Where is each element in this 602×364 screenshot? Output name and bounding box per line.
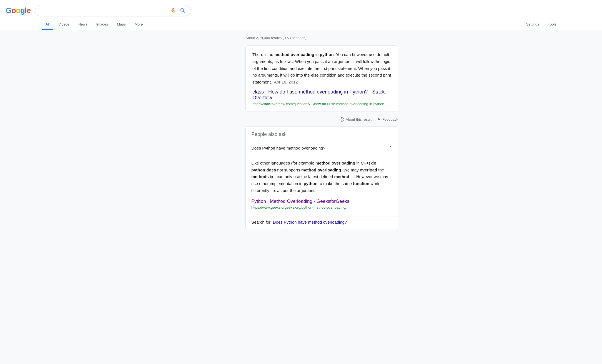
logo-l: l [25, 6, 27, 15]
feedback-label: Feedback [382, 117, 398, 122]
search-for-link[interactable]: Does Python have method overloading? [273, 220, 347, 224]
snippet-text: There is no method overloading in python… [252, 51, 391, 86]
tab-all[interactable]: All [42, 19, 53, 30]
search-submit-icon[interactable] [180, 7, 186, 14]
search-bar: function overloading with python [35, 5, 190, 16]
feedback-item[interactable]: ⚑ Feedback [377, 117, 398, 122]
question-row-1[interactable]: Does Python have method overloading? ⌃ [246, 141, 398, 155]
search-icons [170, 7, 186, 14]
people-also-ask-box: People also ask Does Python have method … [245, 126, 398, 229]
results-count: About 2,79,000 results (0.53 seconds) [245, 36, 398, 40]
logo-g2: g [20, 6, 25, 15]
snippet-date: Apr 18, 2012 [274, 80, 298, 84]
nav-right: Settings Tools [522, 19, 560, 30]
main-content: About 2,79,000 results (0.53 seconds) Th… [204, 30, 398, 235]
featured-snippet: There is no method overloading in python… [245, 46, 398, 112]
snippet-link[interactable]: class - How do I use method overloading … [252, 89, 391, 101]
nav-tabs: All Videos News Images Maps More Setting… [0, 19, 602, 30]
tab-images[interactable]: Images [92, 19, 112, 30]
tab-tools[interactable]: Tools [544, 19, 560, 30]
tab-more[interactable]: More [131, 19, 147, 30]
answer-link-1[interactable]: Python | Method Overloading - GeeksforGe… [251, 199, 392, 204]
search-for-row: Search for: Does Python have method over… [246, 216, 398, 229]
about-row: ? About this result ⚑ Feedback [245, 115, 398, 126]
tab-news[interactable]: News [74, 19, 91, 30]
logo-e: e [27, 6, 31, 15]
header: Google function overloading with python [0, 0, 602, 30]
tab-settings[interactable]: Settings [522, 19, 543, 30]
header-top: Google function overloading with python [0, 3, 602, 19]
logo-g1: G [6, 6, 11, 15]
chevron-up-icon: ⌃ [389, 145, 392, 151]
tab-videos[interactable]: Videos [54, 19, 73, 30]
answer-section-1: Like other languages (for example method… [246, 155, 398, 216]
search-input[interactable]: function overloading with python [40, 8, 170, 13]
search-for-label: Search for: [251, 220, 273, 224]
tab-maps[interactable]: Maps [113, 19, 130, 30]
logo-o2: o [16, 6, 20, 15]
question-text-1: Does Python have method overloading? [251, 146, 325, 150]
google-logo[interactable]: Google [6, 6, 31, 15]
about-result-item[interactable]: ? About this result [340, 117, 372, 122]
answer-text-1: Like other languages (for example method… [251, 160, 392, 194]
answer-url-1: https://www.geeksforgeeks.org/python-met… [251, 205, 392, 209]
flag-icon: ⚑ [377, 117, 381, 122]
logo-o1: o [11, 6, 16, 15]
about-result-label: About this result [346, 117, 372, 122]
question-circle-icon: ? [340, 117, 344, 122]
mic-icon[interactable] [170, 7, 176, 14]
people-also-ask-title: People also ask [246, 127, 398, 141]
snippet-url: https://stackoverflow.com/questions/.../… [252, 102, 391, 106]
